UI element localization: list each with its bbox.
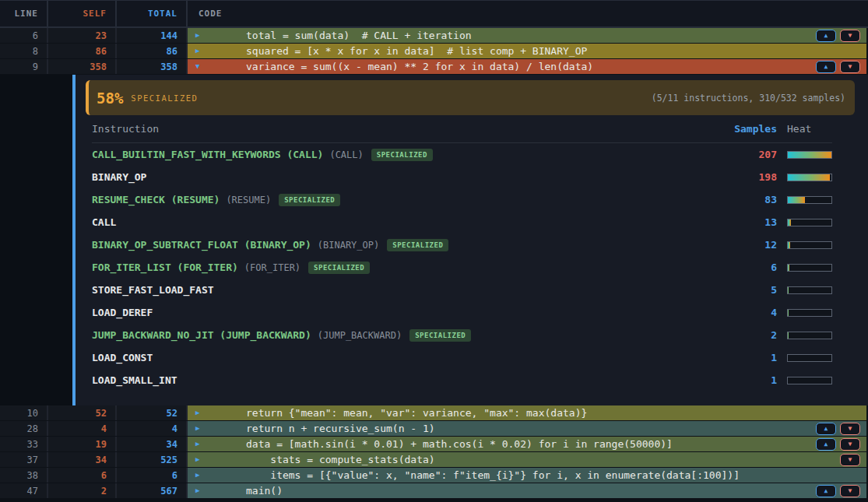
expand-collapsed-icon[interactable]: ▶ (195, 47, 199, 54)
jump-down-button[interactable]: ▼ (840, 438, 860, 451)
code-row-line-10[interactable]: 10 52 52 ▶ return {"mean": mean, "var": … (0, 405, 868, 421)
code-row-line-47[interactable]: 47 2 567 ▶ main() ▲ ▼ (0, 483, 868, 499)
samples-count: 13 (707, 216, 777, 228)
jump-down-button[interactable]: ▼ (840, 423, 860, 435)
base-opcode: (FOR_ITER) (244, 262, 300, 273)
source-code: stats = compute_stats(data) (246, 454, 435, 465)
code-cell[interactable]: ▶ squared = [x * x for x in data] # list… (188, 44, 866, 58)
specialized-percent: 58% (97, 90, 123, 107)
source-code: total = sum(data) # CALL + iteration (246, 30, 472, 41)
jump-down-button[interactable]: ▼ (840, 485, 860, 497)
code-cell[interactable]: ▼ variance = sum((x - mean) ** 2 for x i… (188, 59, 866, 74)
heat-bar (787, 174, 832, 181)
expand-collapsed-icon[interactable]: ▶ (195, 441, 199, 448)
code-row-line-38[interactable]: 38 6 6 ▶ items = [{"value": x, "name": f… (0, 468, 868, 483)
heat-bar (787, 377, 832, 384)
code-row-line-33[interactable]: 33 19 34 ▶ data = [math.sin(i * 0.01) + … (0, 437, 868, 452)
line-number: 33 (0, 437, 48, 451)
code-cell[interactable]: ▶ items = [{"value": x, "name": f"item_{… (188, 468, 866, 483)
heat-bar (787, 241, 832, 249)
expand-collapsed-icon[interactable]: ▶ (195, 32, 199, 39)
source-code: squared = [x * x for x in data] # list c… (246, 45, 587, 57)
expand-collapsed-icon[interactable]: ▶ (195, 487, 199, 494)
code-row-line-9[interactable]: 9 358 358 ▼ variance = sum((x - mean) **… (0, 59, 868, 75)
heat-fill (788, 174, 830, 181)
samples-count: 6 (707, 262, 777, 273)
instruction-name: STORE_FAST_LOAD_FAST (92, 284, 214, 296)
specialized-badge: SPECIALIZED (387, 239, 448, 251)
source-code: items = [{"value": x, "name": f"item_{i}… (246, 469, 740, 481)
self-samples: 358 (48, 59, 117, 74)
instruction-row: JUMP_BACKWARD_NO_JIT (JUMP_BACKWARD) (JU… (92, 324, 832, 346)
instruction-row: LOAD_SMALL_INT 1 (92, 369, 832, 391)
column-header-self: SELF (48, 1, 117, 26)
specialized-label: SPECIALIZED (131, 93, 198, 103)
specialized-badge: SPECIALIZED (308, 262, 370, 274)
line-number: 8 (0, 44, 48, 58)
total-samples: 6 (117, 468, 188, 483)
instruction-name: BINARY_OP_SUBTRACT_FLOAT (BINARY_OP) (92, 239, 311, 251)
total-samples: 52 (117, 405, 188, 420)
specialized-badge: SPECIALIZED (409, 329, 471, 342)
code-cell[interactable]: ▶ total = sum(data) # CALL + iteration ▲… (188, 28, 866, 43)
specialized-badge: SPECIALIZED (279, 194, 340, 206)
line-number: 10 (0, 405, 48, 420)
expand-collapsed-icon[interactable]: ▶ (195, 425, 199, 432)
samples-count: 1 (707, 374, 777, 386)
heat-fill (788, 332, 789, 339)
self-samples: 52 (48, 405, 117, 420)
column-header-code: CODE (188, 1, 868, 26)
instruction-row: BINARY_OP 198 (92, 166, 832, 188)
sort-header-heat[interactable]: Heat (777, 123, 832, 135)
expand-collapsed-icon[interactable]: ▶ (195, 409, 199, 416)
jump-up-button[interactable]: ▲ (816, 485, 836, 497)
code-cell[interactable]: ▶ return n + recursive_sum(n - 1) ▲ ▼ (188, 421, 866, 436)
code-cell[interactable]: ▶ stats = compute_stats(data) ▼ (188, 452, 866, 467)
line-number: 37 (0, 452, 48, 467)
self-samples: 2 (48, 483, 117, 498)
jump-up-button[interactable]: ▲ (816, 61, 836, 73)
samples-count: 1 (707, 352, 777, 363)
expand-collapsed-icon[interactable]: ▶ (195, 456, 199, 463)
sort-header-instruction[interactable]: Instruction (92, 123, 707, 135)
jump-up-button[interactable]: ▲ (816, 30, 836, 42)
heat-bar (787, 151, 832, 159)
instruction-row: CALL 13 (92, 211, 832, 233)
total-samples: 4 (117, 421, 188, 436)
jump-up-button[interactable]: ▲ (816, 438, 836, 451)
instruction-row: BINARY_OP_SUBTRACT_FLOAT (BINARY_OP) (BI… (92, 233, 832, 256)
code-cell[interactable]: ▶ main() ▲ ▼ (188, 483, 866, 498)
line-detail-section: 58% SPECIALIZED (5/11 instructions, 310/… (0, 75, 868, 405)
instruction-name: LOAD_SMALL_INT (92, 374, 177, 386)
code-row-line-37[interactable]: 37 34 525 ▶ stats = compute_stats(data) … (0, 452, 868, 468)
expand-expanded-icon[interactable]: ▼ (195, 63, 199, 70)
line-number: 47 (0, 483, 48, 498)
specialization-summary: 58% SPECIALIZED (5/11 instructions, 310/… (86, 80, 855, 115)
line-number: 38 (0, 468, 48, 483)
total-samples: 34 (117, 437, 188, 451)
code-row-line-8[interactable]: 8 86 86 ▶ squared = [x * x for x in data… (0, 44, 868, 59)
instruction-table-header: Instruction Samples Heat (92, 115, 832, 143)
code-cell[interactable]: ▶ data = [math.sin(i * 0.01) + math.cos(… (188, 437, 866, 451)
jump-down-button[interactable]: ▼ (840, 61, 860, 73)
heat-fill (788, 152, 831, 158)
line-number: 28 (0, 421, 48, 436)
base-opcode: (CALL) (329, 149, 363, 160)
jump-up-button[interactable]: ▲ (816, 423, 836, 435)
instruction-name: CALL_BUILTIN_FAST_WITH_KEYWORDS (CALL) (92, 149, 323, 160)
expand-collapsed-icon[interactable]: ▶ (195, 472, 199, 479)
jump-down-button[interactable]: ▼ (840, 454, 860, 466)
samples-count: 4 (707, 307, 777, 318)
column-header-line: LINE (0, 1, 48, 26)
total-samples: 144 (117, 28, 188, 43)
samples-count: 198 (707, 171, 777, 183)
sort-header-samples[interactable]: Samples (707, 123, 777, 135)
total-samples: 525 (117, 452, 188, 467)
code-cell[interactable]: ▶ return {"mean": mean, "var": variance,… (188, 405, 866, 420)
code-row-line-28[interactable]: 28 4 4 ▶ return n + recursive_sum(n - 1)… (0, 421, 868, 437)
jump-down-button[interactable]: ▼ (840, 30, 860, 42)
instruction-name: RESUME_CHECK (RESUME) (92, 194, 220, 205)
code-row-line-6[interactable]: 6 23 144 ▶ total = sum(data) # CALL + it… (0, 28, 868, 44)
source-code: variance = sum((x - mean) ** 2 for x in … (246, 61, 593, 72)
heat-bar (787, 286, 832, 294)
